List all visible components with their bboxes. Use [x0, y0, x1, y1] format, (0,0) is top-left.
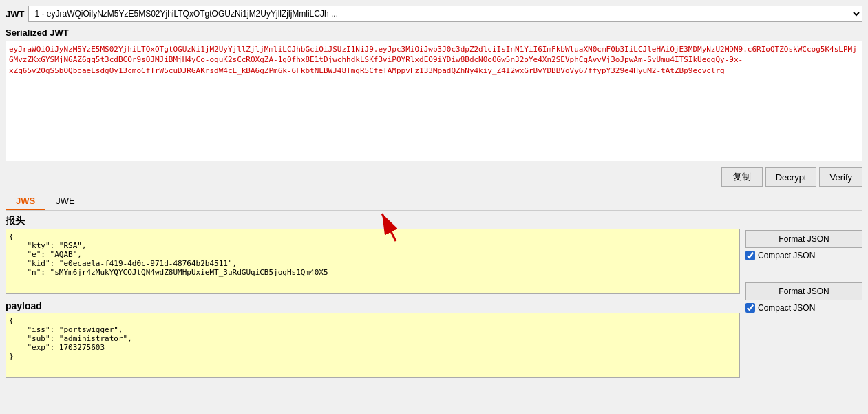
format-json-button-1[interactable]: Format JSON: [745, 230, 862, 248]
compact-json-checkbox-1[interactable]: [745, 251, 755, 260]
verify-button[interactable]: Verify: [819, 167, 862, 187]
tab-bar: JWS JWE: [6, 192, 862, 211]
header-label: 报头: [6, 215, 740, 227]
format-json-button-2[interactable]: Format JSON: [745, 282, 862, 300]
payload-label: payload: [6, 300, 740, 311]
tab-jws[interactable]: JWS: [6, 192, 45, 210]
action-buttons: 复制 Decrypt Verify: [6, 167, 862, 187]
jwt-selector[interactable]: 1 - eyJraWQiOilyNzM5YzE5MS02YjhiLTQxOTgt…: [28, 6, 862, 22]
serialized-jwt-label: Serialized JWT: [6, 28, 862, 38]
compact-json-label-1: Compact JSON: [758, 251, 815, 260]
compact-json-label-2: Compact JSON: [758, 303, 815, 313]
header-textarea[interactable]: { "kty": "RSA", "e": "AQAB", "kid": "e0e…: [6, 229, 740, 294]
jwt-label: JWT: [6, 9, 24, 19]
tab-jwe[interactable]: JWE: [45, 192, 85, 210]
serialized-jwt-textarea[interactable]: eyJraWQiOiJyNzM5YzE5MS02YjhiLTQxOTgtOGUz…: [6, 41, 862, 161]
copy-button[interactable]: 复制: [721, 167, 763, 187]
decrypt-button[interactable]: Decrypt: [765, 167, 817, 187]
payload-textarea[interactable]: { "iss": "portswigger", "sub": "administ…: [6, 313, 740, 378]
compact-json-checkbox-2[interactable]: [745, 303, 755, 313]
